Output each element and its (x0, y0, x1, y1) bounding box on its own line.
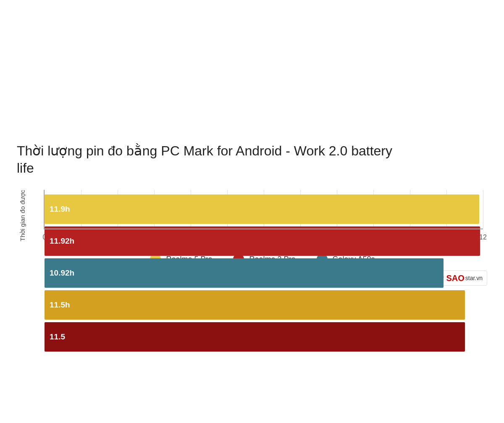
saostar-text-rest: star.vn (465, 275, 483, 281)
bars-container: 11.9h11.92h10.92h11.5h11.5 (45, 190, 483, 229)
left-axis-line (44, 190, 45, 229)
bar-realme3pro: 11.92h (45, 226, 480, 256)
bar-galaxya50s: 10.92h (45, 258, 444, 288)
y-axis-label: Thời gian đo được (17, 190, 29, 241)
bottom-axis-line (44, 229, 483, 229)
bar-row: 11.5 (45, 322, 483, 352)
bar-row: 11.9h (45, 194, 483, 224)
bar-value-label: 11.5h (50, 300, 70, 310)
bar-value-label: 11.5 (50, 332, 65, 342)
bar-row: 11.92h (45, 226, 483, 256)
x-tick-label: 12 (479, 234, 487, 241)
bars-area: 11.9h11.92h10.92h11.5h11.5 (45, 190, 483, 229)
chart-container: Thời lượng pin đo bằng PC Mark for Andro… (4, 130, 500, 293)
saostar-text-sao: SAO (446, 273, 464, 283)
bar-value-label: 10.92h (50, 268, 74, 278)
grid-line (483, 190, 483, 229)
bar-value-label: 11.9h (50, 205, 70, 214)
bar-row: 10.92h (45, 258, 483, 288)
chart-title: Thời lượng pin đo bằng PC Mark for Andro… (17, 142, 395, 177)
bar-oppof11: 11.5 (45, 322, 465, 352)
bar-row: 11.5h (45, 290, 483, 320)
bar-value-label: 11.92h (50, 236, 74, 246)
bar-xiaomi: 11.5h (45, 290, 465, 320)
bar-realme5pro: 11.9h (45, 194, 479, 224)
